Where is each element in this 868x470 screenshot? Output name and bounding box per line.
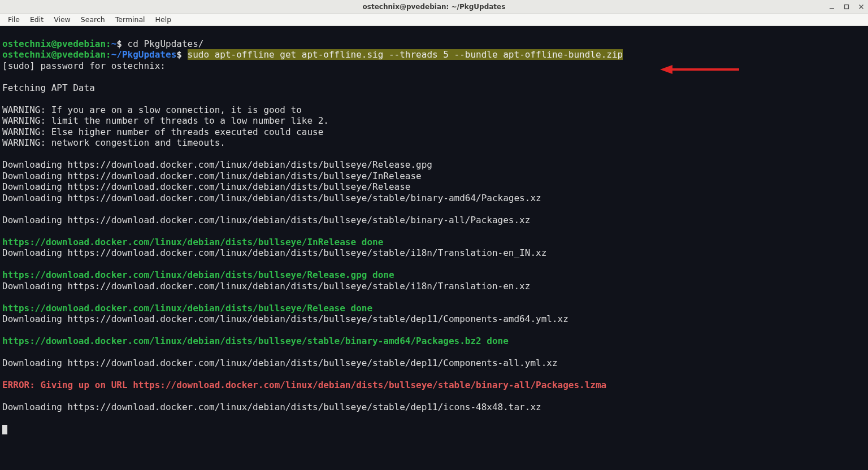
ps1-dollar: $: [116, 38, 127, 49]
window-controls: [828, 3, 865, 10]
menubar: File Edit View Search Terminal Help: [0, 14, 868, 26]
ps2-dollar: $: [176, 49, 187, 60]
menu-view[interactable]: View: [49, 14, 75, 25]
output-line: Downloading https://download.docker.com/…: [2, 358, 558, 368]
menu-edit[interactable]: Edit: [25, 14, 48, 25]
ps2-userhost: ostechnix@pvedebian: [2, 49, 106, 60]
output-line: Downloading https://download.docker.com/…: [2, 281, 530, 291]
menu-file[interactable]: File: [3, 14, 24, 25]
output-error: ERROR: Giving up on URL https://download…: [2, 380, 606, 390]
app-icon: [3, 3, 11, 11]
output-done: https://download.docker.com/linux/debian…: [2, 269, 394, 280]
ps2-colon: :: [106, 49, 111, 60]
svg-rect-1: [845, 5, 849, 8]
output-line: Downloading https://download.docker.com/…: [2, 159, 432, 170]
ps1-path: ~: [111, 38, 117, 49]
output-done: https://download.docker.com/linux/debian…: [2, 237, 383, 247]
ps1-colon: :: [106, 38, 111, 49]
minimize-button[interactable]: [828, 3, 835, 10]
output-line: Downloading https://download.docker.com/…: [2, 402, 541, 412]
maximize-button[interactable]: [843, 3, 850, 10]
output-line: Downloading https://download.docker.com/…: [2, 247, 546, 258]
menu-terminal[interactable]: Terminal: [111, 14, 150, 25]
output-line: WARNING: network congestion and timeouts…: [2, 137, 225, 148]
output-line: Downloading https://download.docker.com/…: [2, 193, 541, 203]
output-line: [sudo] password for ostechnix:: [2, 60, 166, 71]
titlebar: ostechnix@pvedebian: ~/PkgUpdates: [0, 0, 868, 14]
output-line: Downloading https://download.docker.com/…: [2, 314, 568, 324]
window-title: ostechnix@pvedebian: ~/PkgUpdates: [363, 3, 506, 11]
output-line: Downloading https://download.docker.com/…: [2, 215, 530, 225]
output-line: WARNING: Else higher number of threads e…: [2, 127, 323, 137]
terminal-viewport[interactable]: ostechnix@pvedebian:~$ cd PkgUpdates/ os…: [0, 26, 868, 470]
output-line: WARNING: limit the number of threads to …: [2, 115, 329, 126]
menu-search[interactable]: Search: [76, 14, 110, 25]
output-done: https://download.docker.com/linux/debian…: [2, 303, 372, 314]
command-cd: cd PkgUpdates/: [128, 38, 204, 49]
output-line: Downloading https://download.docker.com/…: [2, 181, 410, 192]
ps1-userhost: ostechnix@pvedebian: [2, 38, 106, 49]
menu-help[interactable]: Help: [151, 14, 176, 25]
close-button[interactable]: [858, 3, 865, 10]
ps2-path: ~/PkgUpdates: [111, 49, 177, 60]
output-line: Fetching APT Data: [2, 82, 95, 93]
command-apt-offline: sudo apt-offline get apt-offline.sig --t…: [188, 49, 623, 60]
annotation-arrow-icon: [660, 63, 739, 76]
output-line: WARNING: If you are on a slow connection…: [2, 105, 302, 115]
output-line: Downloading https://download.docker.com/…: [2, 171, 422, 181]
terminal-window: ostechnix@pvedebian: ~/PkgUpdates File E…: [0, 0, 868, 470]
svg-marker-5: [660, 65, 672, 74]
output-done: https://download.docker.com/linux/debian…: [2, 336, 509, 346]
terminal-cursor: [2, 425, 7, 434]
